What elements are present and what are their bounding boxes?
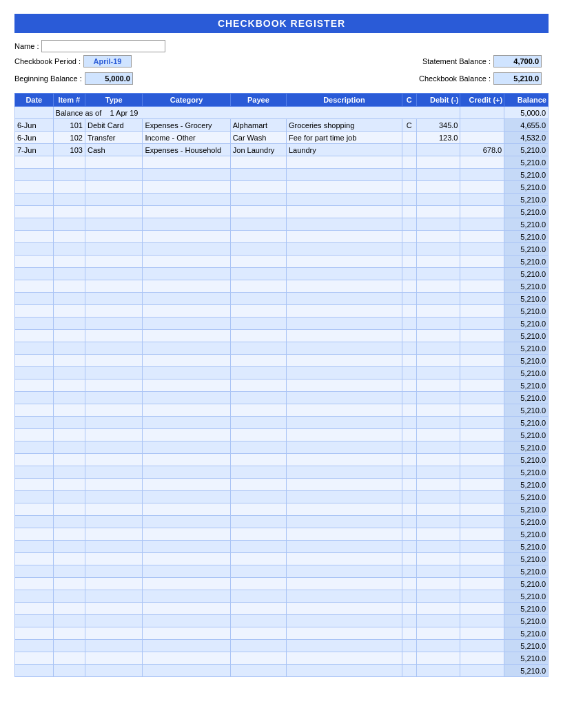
- beginning-balance-input[interactable]: [85, 72, 133, 85]
- table-cell-empty: [402, 355, 416, 367]
- table-cell-empty: [85, 528, 142, 541]
- table-cell-empty: [230, 454, 286, 466]
- table-cell-empty: [15, 206, 54, 218]
- table-cell-empty: [402, 553, 416, 565]
- table-row-empty: 5,210.0: [15, 429, 549, 441]
- table-row-empty: 5,210.0: [15, 318, 549, 330]
- table-cell-balance: 5,210.0: [504, 218, 549, 231]
- statement-balance-row: Statement Balance :: [422, 55, 542, 67]
- table-cell: C: [402, 119, 416, 132]
- table-cell-empty: [402, 379, 416, 392]
- name-input[interactable]: [41, 40, 165, 52]
- table-cell-empty: [15, 578, 54, 590]
- table-row-empty: 5,210.0: [15, 640, 549, 652]
- table-cell-empty: [143, 293, 230, 305]
- table-cell-empty: [143, 392, 230, 404]
- table-cell-empty: [416, 615, 460, 627]
- table-cell-empty: [416, 293, 460, 305]
- header-debit: Debit (-): [416, 94, 460, 107]
- table-cell-empty: [15, 268, 54, 280]
- table-cell-empty: [402, 367, 416, 379]
- table-cell-empty: [85, 342, 142, 355]
- table-cell-empty: [286, 231, 402, 243]
- table-cell-empty: [402, 627, 416, 640]
- table-cell-empty: [53, 206, 85, 218]
- table-cell-empty: [460, 528, 504, 541]
- table-row-empty: 5,210.0: [15, 194, 549, 206]
- table-cell-empty: [416, 231, 460, 243]
- table-cell-empty: [53, 603, 85, 615]
- table-cell-empty: [230, 417, 286, 429]
- table-cell-empty: [416, 528, 460, 541]
- table-cell-empty: [402, 603, 416, 615]
- table-row: 6-Jun101Debit CardExpenses - GroceryAlph…: [15, 119, 549, 132]
- table-cell-empty: [286, 280, 402, 293]
- table-cell-empty: [286, 479, 402, 491]
- table-cell-empty: [230, 541, 286, 553]
- table-cell-balance: 5,210.0: [504, 392, 549, 404]
- table-cell-empty: [230, 441, 286, 454]
- table-row: 7-Jun103CashExpenses - HouseholdJon Laun…: [15, 144, 549, 156]
- table-cell-empty: [416, 355, 460, 367]
- table-cell-empty: [53, 342, 85, 355]
- table-cell-empty: [460, 615, 504, 627]
- table-cell-empty: [402, 218, 416, 231]
- table-cell-empty: [230, 528, 286, 541]
- table-cell-empty: [402, 491, 416, 503]
- table-cell-empty: [143, 404, 230, 417]
- table-cell-empty: [85, 256, 142, 268]
- table-cell-empty: [230, 367, 286, 379]
- table-cell-empty: [416, 156, 460, 169]
- table-cell-empty: [15, 194, 54, 206]
- table-cell-empty: [15, 503, 54, 516]
- table-cell-empty: [85, 318, 142, 330]
- table-cell-empty: [53, 181, 85, 194]
- table-cell-empty: [402, 640, 416, 652]
- table-cell-empty: [15, 355, 54, 367]
- table-cell-balance: 5,210.0: [504, 355, 549, 367]
- table-cell-empty: [143, 640, 230, 652]
- checkbook-balance-input[interactable]: [493, 72, 542, 85]
- table-cell-empty: [286, 367, 402, 379]
- table-cell-balance: 5,210.0: [504, 318, 549, 330]
- table-cell-empty: [53, 379, 85, 392]
- page-container: CHECKBOOK REGISTER Name : Checkbook Peri…: [14, 14, 549, 677]
- table-cell-empty: [53, 565, 85, 578]
- table-cell-empty: [230, 392, 286, 404]
- table-cell-empty: [402, 156, 416, 169]
- register-table: Date Item # Type Category Payee Descript…: [14, 93, 549, 677]
- table-cell-empty: [53, 541, 85, 553]
- period-input[interactable]: [83, 55, 132, 67]
- statement-balance-input[interactable]: [493, 55, 542, 67]
- table-cell-empty: [402, 528, 416, 541]
- table-cell-empty: [460, 541, 504, 553]
- table-cell: Fee for part time job: [286, 132, 402, 144]
- table-cell-empty: [286, 615, 402, 627]
- table-cell-empty: [286, 330, 402, 342]
- table-cell-empty: [416, 305, 460, 318]
- table-row-empty: 5,210.0: [15, 479, 549, 491]
- table-cell-empty: [53, 417, 85, 429]
- table-cell-empty: [15, 603, 54, 615]
- table-cell-empty: [85, 231, 142, 243]
- table-cell-empty: [143, 565, 230, 578]
- table-cell-empty: [416, 652, 460, 665]
- table-cell-empty: [402, 665, 416, 677]
- table-cell: 678.0: [460, 144, 504, 156]
- table-cell: 4,655.0: [504, 119, 549, 132]
- table-cell-empty: [85, 392, 142, 404]
- table-cell-empty: [85, 665, 142, 677]
- table-cell-balance: 5,210.0: [504, 330, 549, 342]
- table-cell-balance: 5,210.0: [504, 491, 549, 503]
- table-row-empty: 5,210.0: [15, 627, 549, 640]
- table-cell-empty: [85, 466, 142, 479]
- table-cell-empty: [286, 392, 402, 404]
- table-cell-empty: [416, 330, 460, 342]
- table-cell-empty: [460, 355, 504, 367]
- table-row-empty: 5,210.0: [15, 293, 549, 305]
- header-payee: Payee: [230, 94, 286, 107]
- table-cell-empty: [416, 367, 460, 379]
- table-row-empty: 5,210.0: [15, 516, 549, 528]
- table-cell-empty: [416, 218, 460, 231]
- table-cell-empty: [416, 256, 460, 268]
